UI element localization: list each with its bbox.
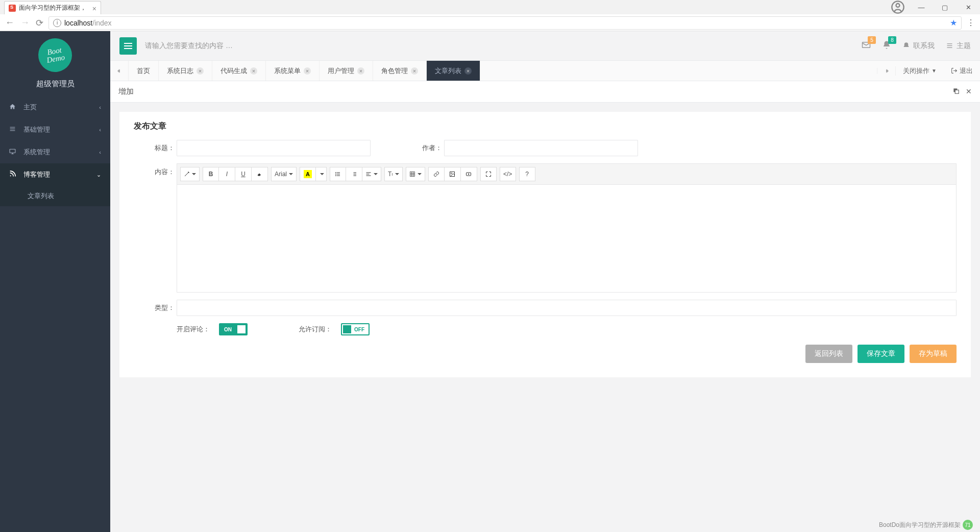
minimize-icon[interactable]: —: [910, 0, 933, 14]
browser-tab-title: 面向学习型的开源框架，: [19, 4, 86, 12]
address-bar: ← → ⟳ i localhost/index ★ ⋮: [0, 14, 980, 31]
window-close-icon[interactable]: ✕: [957, 0, 980, 14]
address-input[interactable]: i localhost/index ★: [48, 16, 962, 30]
browser-menu-icon[interactable]: ⋮: [967, 18, 975, 28]
window-controls: — ▢ ✕: [882, 0, 980, 14]
address-path: /index: [92, 19, 111, 27]
maximize-icon[interactable]: ▢: [933, 0, 957, 14]
browser-chrome: 面向学习型的开源框架， × — ▢ ✕ ← → ⟳ i localhost/in…: [0, 0, 980, 31]
bookmark-star-icon[interactable]: ★: [950, 18, 957, 28]
back-icon[interactable]: ←: [5, 17, 14, 29]
address-host: localhost: [64, 19, 92, 27]
user-icon[interactable]: [886, 0, 910, 14]
close-icon[interactable]: ×: [92, 5, 96, 13]
favicon-icon: [9, 5, 16, 12]
browser-tab-strip: 面向学习型的开源框架， × — ▢ ✕: [0, 0, 980, 14]
svg-point-1: [896, 4, 900, 7]
info-icon: i: [53, 19, 61, 27]
reload-icon[interactable]: ⟳: [36, 17, 43, 29]
nav-arrows: ← → ⟳: [5, 17, 43, 29]
browser-tab[interactable]: 面向学习型的开源框架， ×: [4, 1, 101, 14]
forward-icon[interactable]: →: [20, 17, 30, 29]
